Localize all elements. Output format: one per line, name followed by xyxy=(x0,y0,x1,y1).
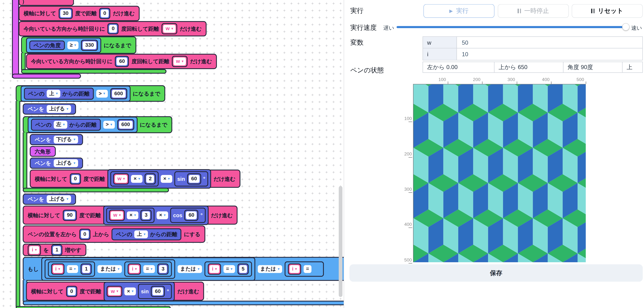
pen-angle-reporter[interactable]: ペンの角度 xyxy=(29,40,65,50)
operator-dropdown[interactable]: ×▾ xyxy=(131,175,143,183)
or-group-inner[interactable]: i▾ =▾ 1 または▾ i▾ =▾ 3 xyxy=(44,259,175,279)
pen-updown-dropdown[interactable]: 下げる▾ xyxy=(54,136,78,143)
variable-i-block[interactable]: i▾ xyxy=(51,263,64,274)
operator-dropdown[interactable]: =▾ xyxy=(224,265,235,273)
pause-button[interactable]: 一時停止 xyxy=(498,4,569,18)
operator-dropdown[interactable]: =▾ xyxy=(144,265,155,273)
variable-w-block[interactable]: w▾ xyxy=(172,56,188,67)
number-input-5[interactable]: 5 xyxy=(238,263,249,274)
variable-w-block[interactable]: w▾ xyxy=(109,210,125,221)
or-dropdown[interactable]: または▾ xyxy=(98,265,122,273)
block-pen-up[interactable]: ペンを 上げる▾ xyxy=(23,194,76,205)
block-repeat-until-pen-top[interactable]: ペンの 上▾ からの距離 >▾ 600 になるまで xyxy=(16,85,165,102)
multiply-block[interactable]: w▾ ×▾ 3 xyxy=(106,208,154,223)
equals-block-clipped[interactable]: i▾ = xyxy=(284,261,324,276)
vertical-scrollbar[interactable] xyxy=(339,186,342,297)
math-expression-block[interactable]: w▾ ×▾ 2 ×▾ sin 60 ° xyxy=(108,169,211,188)
number-input-30[interactable]: 30 xyxy=(58,8,72,19)
direction-dropdown[interactable]: 左▾ xyxy=(54,121,67,129)
pen-updown-dropdown[interactable]: 上げる▾ xyxy=(46,105,71,113)
number-input-3[interactable]: 3 xyxy=(158,263,169,274)
block-if-condition[interactable]: もし i▾ =▾ 1 または▾ i▾ =▾ 3 または▾ xyxy=(23,257,344,281)
block-pen-down[interactable]: ペンを 下げる▾ xyxy=(30,134,83,145)
variable-i-block[interactable]: i▾ xyxy=(208,263,221,274)
block-move-w2sin60[interactable]: 横軸に対して 0 度で距離 w▾ ×▾ 2 ×▾ sin 60 ° だけ進む xyxy=(30,170,240,188)
block-turn-0-w[interactable]: 今向いている方向から時計回りに 0 度回転して距離 w▾ だけ進む xyxy=(18,21,207,36)
loop-bottom-arm[interactable] xyxy=(23,188,169,192)
pen-distance-reporter[interactable]: ペンの 左▾ からの距離 xyxy=(31,119,101,131)
number-input-0[interactable]: 0 xyxy=(79,229,90,240)
pen-distance-reporter[interactable]: ペンの 上▾ からの距離 xyxy=(112,228,182,240)
loop-left-arm[interactable] xyxy=(16,101,20,307)
cos-block[interactable]: cos 60 ° xyxy=(170,208,205,223)
direction-dropdown[interactable]: 上▾ xyxy=(46,89,60,97)
loop-bottom-arm[interactable] xyxy=(16,306,171,308)
number-input-330[interactable]: 330 xyxy=(81,40,98,51)
number-input-0[interactable]: 0 xyxy=(99,8,110,19)
number-input-0[interactable]: 0 xyxy=(70,173,81,184)
or-dropdown[interactable]: または▾ xyxy=(178,265,202,273)
operator-dropdown[interactable]: ≥▾ xyxy=(67,41,79,49)
number-input-60[interactable]: 60 xyxy=(184,210,198,221)
number-input-60[interactable]: 60 xyxy=(151,285,165,297)
block-call-hexagon[interactable]: 六角形 xyxy=(30,146,56,157)
block-turn-60-w[interactable]: 今向いている方向から時計回りに 60 度回転して距離 w▾ だけ進む xyxy=(26,54,217,69)
variable-i-block[interactable]: i▾ xyxy=(28,244,41,255)
variable-w-block[interactable]: w▾ xyxy=(162,23,177,34)
or-group-outer[interactable]: i▾ =▾ 1 または▾ i▾ =▾ 3 または▾ i▾ =▾ 5 xyxy=(41,257,255,281)
block-pen-up[interactable]: ペンを 上げる▾ xyxy=(23,103,76,115)
run-button[interactable]: ▶ 実行 xyxy=(424,4,494,18)
math-expression-block[interactable]: w▾ ×▾ sin 60 ° xyxy=(104,281,175,301)
operator-dropdown[interactable]: ×▾ xyxy=(161,175,172,183)
number-input-1[interactable]: 1 xyxy=(52,244,62,255)
speed-slider-thumb[interactable] xyxy=(622,23,630,31)
function-def-bottom-arm[interactable] xyxy=(12,74,81,79)
block-repeat-until-pen-left[interactable]: ペンの 左▾ からの距離 >▾ 600 になるまで xyxy=(23,116,172,133)
loop-bottom-arm[interactable] xyxy=(21,69,166,74)
direction-dropdown[interactable]: 上▾ xyxy=(134,230,148,238)
math-expression-block[interactable]: w▾ ×▾ 3 ×▾ cos 60 ° xyxy=(103,205,208,225)
number-input-60[interactable]: 60 xyxy=(187,173,201,184)
block-cut-top[interactable]: ） xyxy=(18,0,74,6)
number-input-60[interactable]: 60 xyxy=(115,56,129,67)
multiply-block[interactable]: w▾ ×▾ 2 xyxy=(110,171,158,186)
block-set-pen-position[interactable]: ペンの位置を左から 0 上から ペンの 上▾ からの距離 にする xyxy=(23,225,205,243)
operator-dropdown[interactable]: ×▾ xyxy=(127,211,138,219)
sin-block[interactable]: sin 60 ° xyxy=(138,283,172,299)
comparison-block[interactable]: ペンの 上▾ からの距離 >▾ 600 xyxy=(21,85,130,102)
block-move-angle-30[interactable]: 横軸に対して 30 度で距離 0 だけ進む xyxy=(18,6,140,21)
variable-i-block[interactable]: i▾ xyxy=(128,263,141,274)
reset-button[interactable]: リセット xyxy=(572,4,643,18)
equals-block[interactable]: i▾ =▾ 3 xyxy=(124,261,172,276)
number-input-600[interactable]: 600 xyxy=(117,119,134,130)
number-input-600[interactable]: 600 xyxy=(110,88,127,99)
blockly-workspace[interactable]: ） 横軸に対して 30 度で距離 0 だけ進む 今向いている方向から時計回りに … xyxy=(0,0,344,308)
equals-block[interactable]: i▾ =▾ 1 xyxy=(48,261,95,276)
number-input-90[interactable]: 90 xyxy=(63,210,77,221)
block-increment-i[interactable]: i▾ を 1 増やす xyxy=(23,244,86,256)
if-bottom-arm[interactable] xyxy=(23,301,344,305)
block-move-wsin60[interactable]: 横軸に対して 0 度で距離 w▾ ×▾ sin 60 ° だけ進む xyxy=(26,282,204,301)
loop-left-arm[interactable] xyxy=(23,132,27,189)
comparison-block[interactable]: ペンの 左▾ からの距離 >▾ 600 xyxy=(28,117,138,133)
speed-slider-track[interactable] xyxy=(396,26,624,28)
loop-left-arm[interactable] xyxy=(21,53,26,70)
operator-dropdown[interactable]: =▾ xyxy=(67,265,78,273)
function-def-left-arm[interactable] xyxy=(12,0,19,78)
sin-block[interactable]: sin 60 ° xyxy=(174,171,208,186)
block-move-w3cos60[interactable]: 横軸に対して 90 度で距離 w▾ ×▾ 3 ×▾ cos 60 ° だけ進む xyxy=(23,206,238,225)
operator-dropdown[interactable]: ×▾ xyxy=(124,287,136,295)
block-pen-up[interactable]: ペンを 上げる▾ xyxy=(30,158,83,169)
number-input-1[interactable]: 1 xyxy=(81,263,92,274)
operator-dropdown[interactable]: ×▾ xyxy=(157,211,168,219)
number-input-2[interactable]: 2 xyxy=(144,173,156,184)
comparison-block[interactable]: ペンの角度 ≥▾ 330 xyxy=(26,38,101,53)
pen-distance-reporter[interactable]: ペンの 上▾ からの距離 xyxy=(24,87,94,99)
operator-dropdown[interactable]: >▾ xyxy=(103,121,115,129)
variable-w-block[interactable]: w▾ xyxy=(107,285,122,297)
save-button[interactable]: 保存 xyxy=(350,264,643,282)
pen-updown-dropdown[interactable]: 上げる▾ xyxy=(46,195,71,203)
variable-i-block[interactable]: i▾ xyxy=(288,263,301,274)
number-input-3[interactable]: 3 xyxy=(140,210,152,221)
block-repeat-until-pen-angle[interactable]: ペンの角度 ≥▾ 330 になるまで xyxy=(21,36,136,54)
